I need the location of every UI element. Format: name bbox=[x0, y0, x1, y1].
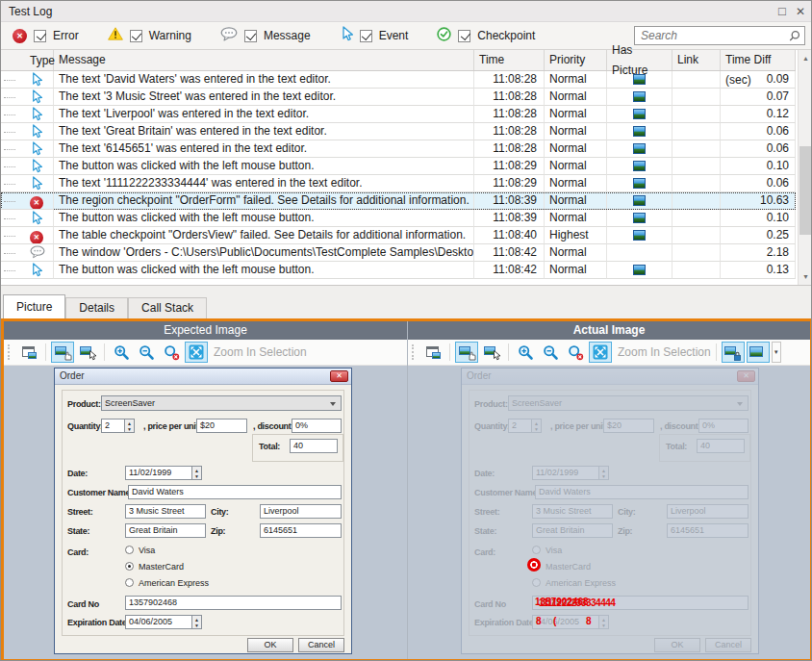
event-icon bbox=[1, 175, 54, 192]
card-no-field: 1357902468 bbox=[532, 596, 749, 610]
column-header-message[interactable]: Message bbox=[54, 50, 474, 70]
order-dialog-title: Order bbox=[60, 370, 85, 381]
column-header-time-diff[interactable]: Time Diff (sec) bbox=[721, 50, 796, 70]
street-field: 3 Music Street bbox=[532, 504, 613, 519]
picture-thumbnail-icon[interactable] bbox=[633, 143, 646, 154]
picture-thumbnail-icon[interactable] bbox=[633, 230, 646, 241]
zoom-reset-button[interactable] bbox=[160, 342, 183, 363]
open-image-viewer-button[interactable] bbox=[17, 342, 40, 363]
cell-time-diff: 0.07 bbox=[721, 89, 796, 106]
log-row[interactable]: The text 'Liverpool' was entered in the … bbox=[1, 106, 796, 123]
log-row[interactable]: The text 'Great Britain' was entered in … bbox=[1, 123, 796, 140]
picture-thumbnail-icon[interactable] bbox=[633, 265, 646, 275]
cell-link bbox=[672, 210, 721, 227]
table-scrollbar[interactable] bbox=[798, 50, 812, 285]
close-icon[interactable] bbox=[796, 6, 805, 17]
cell-has-picture bbox=[607, 227, 672, 244]
tab-details[interactable]: Details bbox=[65, 297, 128, 318]
visa-radio bbox=[532, 546, 541, 554]
log-row[interactable]: The text 'David Waters' was entered in t… bbox=[1, 71, 796, 89]
log-row[interactable]: The button was clicked with the left mou… bbox=[1, 210, 796, 227]
american-express-radio-label: American Express bbox=[139, 578, 209, 588]
background-image-dropdown-icon[interactable] bbox=[772, 342, 781, 363]
picture-thumbnail-icon[interactable] bbox=[633, 74, 646, 85]
filter-message: Message bbox=[220, 27, 311, 45]
zip-field: 6145651 bbox=[260, 523, 342, 538]
cell-time-diff: 0.06 bbox=[721, 175, 796, 192]
log-row[interactable]: The text '3 Music Street' was entered in… bbox=[1, 89, 796, 106]
picture-thumbnail-icon[interactable] bbox=[633, 195, 646, 206]
state-label: State: bbox=[474, 526, 496, 536]
product-label: Product: bbox=[474, 399, 508, 409]
open-image-viewer-button[interactable] bbox=[421, 342, 444, 363]
toolbar-grip[interactable] bbox=[8, 344, 13, 360]
cell-has-picture bbox=[607, 262, 672, 279]
filter-event: Event bbox=[340, 26, 409, 45]
customer-name-field: David Waters bbox=[128, 485, 342, 499]
date-label: Date: bbox=[67, 469, 88, 478]
toolbar-grip[interactable] bbox=[412, 344, 417, 360]
column-header-priority[interactable]: Priority bbox=[545, 50, 607, 70]
tab-call-stack[interactable]: Call Stack bbox=[128, 297, 207, 318]
log-row[interactable]: The region checkpoint "OrderForm" failed… bbox=[1, 192, 796, 210]
message-checkbox[interactable] bbox=[244, 30, 257, 42]
select-tool-button[interactable] bbox=[76, 342, 99, 363]
customer-name-label: Customer Name: bbox=[67, 488, 133, 497]
american-express-radio bbox=[532, 578, 541, 587]
cancel-button-image: Cancel bbox=[298, 638, 344, 652]
log-row[interactable]: The window 'Orders - C:\Users\Public\Doc… bbox=[1, 244, 796, 262]
maximize-icon[interactable] bbox=[778, 6, 786, 17]
expiration-date-label: Expiration Date: bbox=[67, 618, 129, 627]
cell-has-picture bbox=[607, 175, 672, 192]
cell-has-picture bbox=[607, 158, 672, 175]
event-icon bbox=[1, 71, 54, 89]
event-icon bbox=[1, 89, 54, 106]
log-row[interactable]: The table checkpoint "OrdersView" failed… bbox=[1, 227, 796, 244]
log-row[interactable]: The button was clicked with the left mou… bbox=[1, 158, 796, 175]
log-row[interactable]: The text '1111222233334444' was entered … bbox=[1, 175, 796, 192]
cell-link bbox=[672, 71, 721, 89]
zoom-fit-button[interactable] bbox=[185, 342, 208, 363]
picture-thumbnail-icon[interactable] bbox=[633, 161, 646, 171]
log-row[interactable]: The button was clicked with the left mou… bbox=[1, 262, 796, 279]
column-header-has-picture[interactable]: Has Picture bbox=[607, 50, 672, 70]
zoom-fit-button[interactable] bbox=[589, 342, 612, 363]
expected-image-toolbar: Zoom In Selection bbox=[4, 340, 407, 366]
scroll-up-icon[interactable] bbox=[799, 51, 812, 65]
cancel-button-image: Cancel bbox=[705, 638, 751, 652]
cell-has-picture bbox=[607, 210, 672, 227]
picture-thumbnail-icon[interactable] bbox=[633, 178, 646, 189]
zoom-in-button[interactable] bbox=[514, 342, 537, 363]
column-header-type[interactable]: Type bbox=[1, 50, 54, 70]
event-checkbox[interactable] bbox=[360, 30, 372, 42]
picture-thumbnail-icon[interactable] bbox=[633, 126, 646, 137]
picture-thumbnail-icon[interactable] bbox=[633, 91, 646, 102]
cell-message: The text 'Great Britain' was entered in … bbox=[54, 123, 474, 140]
column-header-time[interactable]: Time bbox=[474, 50, 545, 70]
pan-tool-button[interactable] bbox=[455, 342, 478, 363]
picture-thumbnail-icon[interactable] bbox=[633, 213, 646, 223]
scroll-down-icon[interactable] bbox=[799, 269, 812, 284]
error-checkbox[interactable] bbox=[34, 30, 46, 42]
scrollbar-thumb[interactable] bbox=[799, 146, 812, 235]
zoom-out-button[interactable] bbox=[135, 342, 158, 363]
column-header-link[interactable]: Link bbox=[672, 50, 721, 70]
actual-image-pane: Actual Image Zoom In Selection bbox=[407, 321, 810, 659]
zoom-reset-button[interactable] bbox=[564, 342, 587, 363]
cell-priority: Normal bbox=[545, 158, 607, 175]
background-image-button[interactable] bbox=[747, 342, 770, 363]
tab-picture[interactable]: Picture bbox=[3, 294, 65, 318]
checkpoint-checkbox[interactable] bbox=[458, 30, 470, 42]
lock-image-button[interactable] bbox=[722, 342, 745, 363]
warning-checkbox[interactable] bbox=[130, 30, 142, 42]
select-tool-button[interactable] bbox=[480, 342, 503, 363]
zoom-in-button[interactable] bbox=[110, 342, 133, 363]
cell-message: The window 'Orders - C:\Users\Public\Doc… bbox=[54, 244, 474, 262]
total-field: 40 bbox=[697, 439, 745, 453]
pan-tool-button[interactable] bbox=[51, 342, 74, 363]
order-dialog-image: Order Product: ScreenSaver Quantity: 2 ,… bbox=[54, 368, 352, 654]
picture-thumbnail-icon[interactable] bbox=[633, 109, 646, 119]
log-row[interactable]: The text '6145651' was entered in the te… bbox=[1, 140, 796, 158]
card-label: Card: bbox=[67, 547, 89, 557]
zoom-out-button[interactable] bbox=[539, 342, 562, 363]
